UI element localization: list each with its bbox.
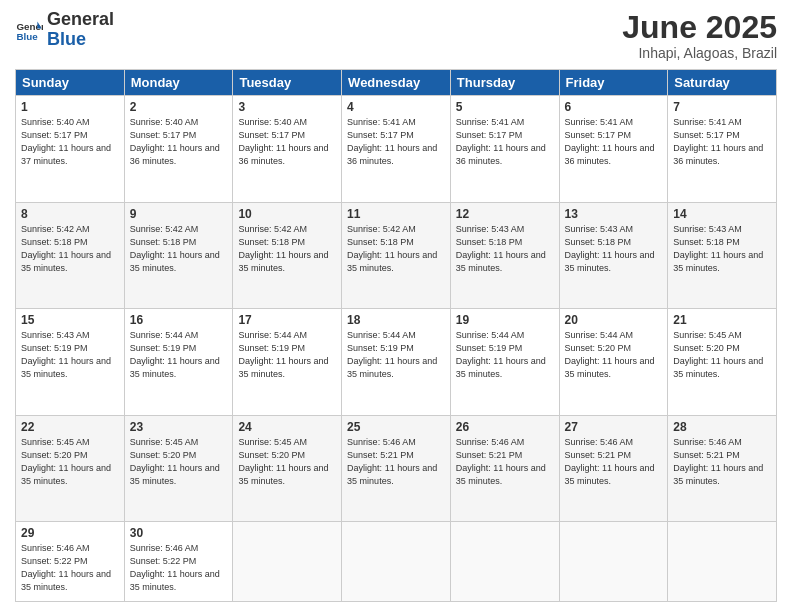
calendar-cell: 13 Sunrise: 5:43 AMSunset: 5:18 PMDaylig… [559,202,668,308]
calendar-week-5: 29 Sunrise: 5:46 AMSunset: 5:22 PMDaylig… [16,522,777,602]
day-number: 18 [347,313,445,327]
calendar-cell: 29 Sunrise: 5:46 AMSunset: 5:22 PMDaylig… [16,522,125,602]
calendar-cell: 14 Sunrise: 5:43 AMSunset: 5:18 PMDaylig… [668,202,777,308]
logo: General Blue General Blue [15,10,114,50]
page: General Blue General Blue June 2025 Inha… [0,0,792,612]
calendar-cell: 11 Sunrise: 5:42 AMSunset: 5:18 PMDaylig… [342,202,451,308]
day-info: Sunrise: 5:42 AMSunset: 5:18 PMDaylight:… [238,223,336,275]
day-number: 8 [21,207,119,221]
calendar-cell: 4 Sunrise: 5:41 AMSunset: 5:17 PMDayligh… [342,96,451,202]
day-number: 28 [673,420,771,434]
calendar-cell: 16 Sunrise: 5:44 AMSunset: 5:19 PMDaylig… [124,309,233,415]
calendar-cell [450,522,559,602]
day-info: Sunrise: 5:42 AMSunset: 5:18 PMDaylight:… [347,223,445,275]
day-info: Sunrise: 5:43 AMSunset: 5:18 PMDaylight:… [456,223,554,275]
calendar-header-thursday: Thursday [450,70,559,96]
logo-text: General Blue [47,10,114,50]
day-info: Sunrise: 5:40 AMSunset: 5:17 PMDaylight:… [130,116,228,168]
calendar-cell: 18 Sunrise: 5:44 AMSunset: 5:19 PMDaylig… [342,309,451,415]
day-info: Sunrise: 5:40 AMSunset: 5:17 PMDaylight:… [21,116,119,168]
day-info: Sunrise: 5:43 AMSunset: 5:18 PMDaylight:… [565,223,663,275]
header: General Blue General Blue June 2025 Inha… [15,10,777,61]
logo-icon: General Blue [15,16,43,44]
calendar-header-friday: Friday [559,70,668,96]
day-number: 24 [238,420,336,434]
day-number: 20 [565,313,663,327]
day-info: Sunrise: 5:41 AMSunset: 5:17 PMDaylight:… [673,116,771,168]
day-number: 19 [456,313,554,327]
calendar-cell: 22 Sunrise: 5:45 AMSunset: 5:20 PMDaylig… [16,415,125,521]
month-title: June 2025 [622,10,777,45]
day-number: 5 [456,100,554,114]
day-info: Sunrise: 5:46 AMSunset: 5:21 PMDaylight:… [673,436,771,488]
day-number: 13 [565,207,663,221]
day-info: Sunrise: 5:43 AMSunset: 5:19 PMDaylight:… [21,329,119,381]
title-block: June 2025 Inhapi, Alagoas, Brazil [622,10,777,61]
day-number: 29 [21,526,119,540]
calendar-cell: 3 Sunrise: 5:40 AMSunset: 5:17 PMDayligh… [233,96,342,202]
day-info: Sunrise: 5:44 AMSunset: 5:19 PMDaylight:… [238,329,336,381]
day-number: 30 [130,526,228,540]
day-info: Sunrise: 5:45 AMSunset: 5:20 PMDaylight:… [673,329,771,381]
calendar-cell: 7 Sunrise: 5:41 AMSunset: 5:17 PMDayligh… [668,96,777,202]
day-number: 2 [130,100,228,114]
calendar-header-saturday: Saturday [668,70,777,96]
day-info: Sunrise: 5:45 AMSunset: 5:20 PMDaylight:… [238,436,336,488]
calendar-table: SundayMondayTuesdayWednesdayThursdayFrid… [15,69,777,602]
calendar-cell: 10 Sunrise: 5:42 AMSunset: 5:18 PMDaylig… [233,202,342,308]
calendar-cell: 28 Sunrise: 5:46 AMSunset: 5:21 PMDaylig… [668,415,777,521]
calendar-body: 1 Sunrise: 5:40 AMSunset: 5:17 PMDayligh… [16,96,777,602]
calendar-cell: 9 Sunrise: 5:42 AMSunset: 5:18 PMDayligh… [124,202,233,308]
calendar-header-row: SundayMondayTuesdayWednesdayThursdayFrid… [16,70,777,96]
day-info: Sunrise: 5:41 AMSunset: 5:17 PMDaylight:… [565,116,663,168]
day-info: Sunrise: 5:44 AMSunset: 5:19 PMDaylight:… [456,329,554,381]
day-info: Sunrise: 5:46 AMSunset: 5:22 PMDaylight:… [21,542,119,594]
day-info: Sunrise: 5:46 AMSunset: 5:21 PMDaylight:… [347,436,445,488]
day-number: 12 [456,207,554,221]
calendar-cell [668,522,777,602]
day-number: 4 [347,100,445,114]
day-number: 27 [565,420,663,434]
calendar-cell [233,522,342,602]
day-number: 17 [238,313,336,327]
calendar-cell [559,522,668,602]
day-info: Sunrise: 5:46 AMSunset: 5:22 PMDaylight:… [130,542,228,594]
calendar-cell: 8 Sunrise: 5:42 AMSunset: 5:18 PMDayligh… [16,202,125,308]
day-number: 14 [673,207,771,221]
day-info: Sunrise: 5:44 AMSunset: 5:20 PMDaylight:… [565,329,663,381]
day-number: 16 [130,313,228,327]
calendar-cell: 30 Sunrise: 5:46 AMSunset: 5:22 PMDaylig… [124,522,233,602]
calendar-cell: 24 Sunrise: 5:45 AMSunset: 5:20 PMDaylig… [233,415,342,521]
location-subtitle: Inhapi, Alagoas, Brazil [622,45,777,61]
day-info: Sunrise: 5:42 AMSunset: 5:18 PMDaylight:… [130,223,228,275]
day-info: Sunrise: 5:44 AMSunset: 5:19 PMDaylight:… [347,329,445,381]
svg-text:Blue: Blue [16,31,38,42]
day-info: Sunrise: 5:46 AMSunset: 5:21 PMDaylight:… [565,436,663,488]
calendar-week-2: 8 Sunrise: 5:42 AMSunset: 5:18 PMDayligh… [16,202,777,308]
calendar-header-monday: Monday [124,70,233,96]
day-number: 11 [347,207,445,221]
calendar-cell: 27 Sunrise: 5:46 AMSunset: 5:21 PMDaylig… [559,415,668,521]
day-info: Sunrise: 5:46 AMSunset: 5:21 PMDaylight:… [456,436,554,488]
day-number: 22 [21,420,119,434]
calendar-header-wednesday: Wednesday [342,70,451,96]
day-info: Sunrise: 5:45 AMSunset: 5:20 PMDaylight:… [21,436,119,488]
calendar-cell: 6 Sunrise: 5:41 AMSunset: 5:17 PMDayligh… [559,96,668,202]
calendar-cell: 21 Sunrise: 5:45 AMSunset: 5:20 PMDaylig… [668,309,777,415]
calendar-cell: 5 Sunrise: 5:41 AMSunset: 5:17 PMDayligh… [450,96,559,202]
day-number: 15 [21,313,119,327]
day-number: 10 [238,207,336,221]
day-number: 23 [130,420,228,434]
day-info: Sunrise: 5:41 AMSunset: 5:17 PMDaylight:… [456,116,554,168]
calendar-cell: 12 Sunrise: 5:43 AMSunset: 5:18 PMDaylig… [450,202,559,308]
calendar-week-4: 22 Sunrise: 5:45 AMSunset: 5:20 PMDaylig… [16,415,777,521]
day-number: 1 [21,100,119,114]
calendar-cell [342,522,451,602]
calendar-header-sunday: Sunday [16,70,125,96]
day-info: Sunrise: 5:42 AMSunset: 5:18 PMDaylight:… [21,223,119,275]
day-number: 21 [673,313,771,327]
day-info: Sunrise: 5:40 AMSunset: 5:17 PMDaylight:… [238,116,336,168]
calendar-cell: 1 Sunrise: 5:40 AMSunset: 5:17 PMDayligh… [16,96,125,202]
calendar-cell: 20 Sunrise: 5:44 AMSunset: 5:20 PMDaylig… [559,309,668,415]
calendar-week-3: 15 Sunrise: 5:43 AMSunset: 5:19 PMDaylig… [16,309,777,415]
